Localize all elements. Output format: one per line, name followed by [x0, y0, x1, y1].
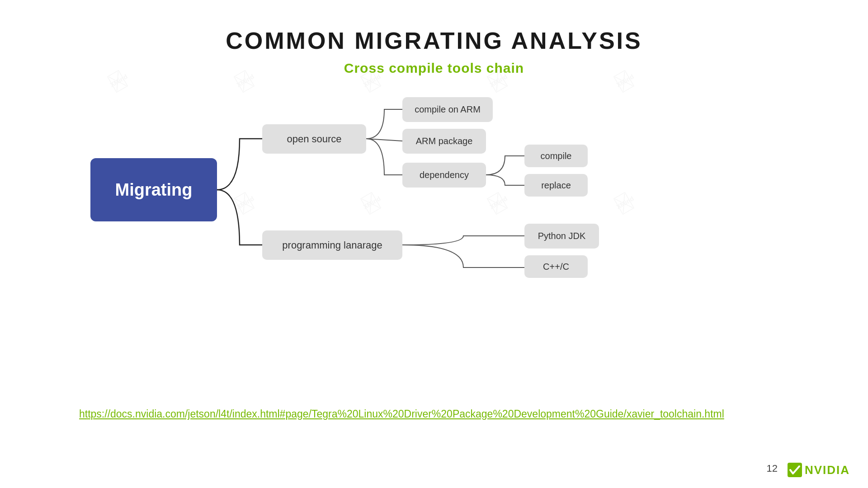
node-open-source: open source [262, 124, 366, 154]
node-python-jdk-label: Python JDK [538, 231, 586, 241]
node-compile-on-arm-label: compile on ARM [415, 104, 481, 115]
reference-link[interactable]: https://docs.nvidia.com/jetson/l4t/index… [79, 406, 724, 422]
node-replace-label: replace [541, 180, 571, 191]
nvidia-icon [787, 462, 803, 478]
node-open-source-label: open source [287, 133, 341, 145]
node-replace: replace [524, 174, 588, 197]
node-compile-label: compile [541, 151, 572, 161]
slide-subtitle: Cross compile tools chain [0, 61, 868, 76]
node-migrating: Migrating [90, 158, 217, 221]
nvidia-text: NVIDIA [805, 463, 850, 477]
node-migrating-label: Migrating [115, 180, 193, 200]
slide-title: COMMON MIGRATING ANALYSIS [0, 0, 868, 54]
node-python-jdk: Python JDK [524, 224, 599, 249]
content: COMMON MIGRATING ANALYSIS Cross compile … [0, 0, 868, 488]
page-number: 12 [767, 463, 778, 474]
node-compile-on-arm: compile on ARM [402, 97, 493, 122]
node-arm-package-label: ARM package [416, 136, 473, 146]
node-compile: compile [524, 145, 588, 167]
node-prog-lang-label: programming lanarage [282, 239, 382, 251]
nvidia-logo: NVIDIA [787, 462, 850, 478]
node-cpp-c-label: C++/C [543, 262, 569, 272]
mindmap: Migrating open source programming lanara… [68, 88, 610, 314]
node-dependency: dependency [402, 163, 486, 188]
node-arm-package: ARM package [402, 129, 486, 154]
slide: XMind XMind XMind XMind [0, 0, 868, 488]
node-cpp-c: C++/C [524, 255, 588, 278]
node-dependency-label: dependency [420, 170, 469, 180]
node-prog-lang: programming lanarage [262, 230, 402, 260]
